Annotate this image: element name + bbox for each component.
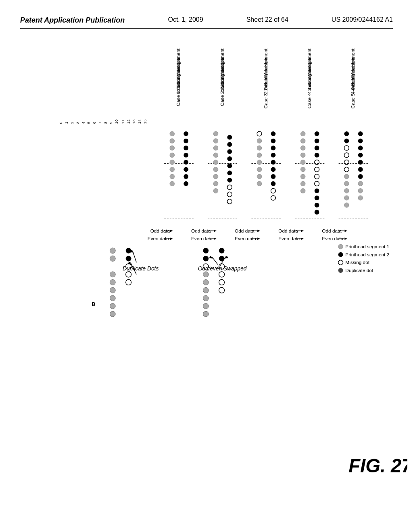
svg-point-39	[170, 174, 175, 179]
svg-point-115	[300, 167, 305, 172]
svg-point-207	[219, 280, 225, 285]
svg-point-145	[344, 174, 349, 179]
svg-text:3 missing dots: 3 missing dots	[219, 64, 225, 94]
svg-point-157	[358, 181, 363, 186]
svg-point-71	[227, 185, 232, 190]
svg-point-191	[110, 303, 115, 309]
svg-point-64	[227, 135, 232, 140]
page-header: Patent Application Publication Oct. 1, 2…	[20, 16, 393, 29]
svg-point-204	[203, 272, 209, 277]
svg-point-45	[184, 160, 188, 165]
svg-text:Even data: Even data	[148, 236, 169, 241]
svg-text:15: 15	[143, 119, 147, 124]
svg-marker-104	[257, 230, 260, 232]
svg-point-35	[170, 145, 175, 150]
svg-point-205	[219, 272, 225, 277]
svg-marker-162	[344, 230, 347, 232]
svg-point-116	[300, 174, 305, 179]
svg-text:9: 9	[108, 122, 113, 124]
svg-text:3: 3	[75, 121, 80, 124]
svg-point-124	[315, 167, 319, 172]
svg-point-69	[227, 170, 232, 175]
svg-line-194	[212, 257, 218, 265]
svg-point-63	[213, 174, 218, 179]
svg-point-151	[358, 139, 363, 143]
svg-text:2: 2	[70, 122, 74, 124]
svg-marker-133	[301, 230, 304, 232]
svg-point-149	[344, 203, 349, 208]
svg-marker-53	[170, 237, 173, 240]
svg-point-73	[227, 199, 232, 204]
svg-point-154	[358, 160, 363, 165]
svg-point-122	[315, 153, 319, 158]
svg-point-172	[338, 268, 343, 273]
svg-text:Duplicate Dots: Duplicate Dots	[123, 266, 159, 272]
svg-point-166	[338, 244, 343, 249]
svg-text:6: 6	[92, 121, 96, 124]
svg-point-211	[203, 303, 209, 309]
svg-point-75	[213, 189, 218, 193]
svg-point-120	[315, 139, 319, 143]
svg-point-90	[257, 181, 262, 186]
svg-point-62	[213, 167, 218, 172]
svg-point-72	[227, 192, 232, 197]
svg-point-150	[358, 131, 363, 136]
svg-point-158	[358, 189, 363, 193]
svg-point-112	[300, 145, 305, 150]
svg-point-181	[126, 248, 131, 254]
svg-point-121	[315, 145, 319, 150]
svg-text:0: 0	[58, 121, 63, 124]
svg-text:B: B	[92, 301, 95, 307]
svg-text:14: 14	[137, 119, 142, 124]
svg-point-152	[358, 145, 363, 150]
svg-text:12: 12	[126, 119, 131, 124]
svg-point-88	[257, 167, 262, 172]
svg-point-210	[203, 295, 209, 301]
svg-point-185	[110, 272, 115, 277]
svg-point-34	[170, 139, 175, 143]
svg-point-147	[344, 189, 349, 193]
svg-text:8: 8	[103, 121, 108, 124]
svg-point-74	[213, 181, 218, 186]
svg-text:0 missing dots: 0 missing dots	[175, 64, 181, 94]
svg-point-190	[110, 295, 115, 301]
svg-point-48	[184, 181, 188, 186]
svg-point-143	[344, 160, 349, 165]
svg-text:13: 13	[131, 119, 136, 124]
svg-point-93	[271, 139, 276, 143]
svg-point-156	[358, 174, 363, 179]
svg-point-61	[213, 160, 218, 165]
svg-point-187	[110, 280, 115, 285]
svg-point-70	[227, 178, 232, 183]
svg-point-123	[315, 160, 319, 165]
svg-point-97	[271, 167, 276, 172]
publication-title: Patent Application Publication	[20, 16, 125, 25]
svg-point-65	[227, 142, 232, 147]
svg-point-117	[300, 181, 305, 186]
svg-point-44	[184, 153, 188, 158]
svg-point-186	[126, 272, 131, 277]
svg-point-198	[203, 248, 209, 254]
svg-point-127	[315, 189, 319, 193]
svg-point-42	[184, 139, 188, 143]
svg-point-41	[184, 131, 188, 136]
svg-text:Printhead segment 2: Printhead segment 2	[345, 252, 389, 257]
svg-point-129	[315, 203, 319, 208]
svg-point-119	[315, 131, 319, 136]
svg-point-38	[170, 167, 175, 172]
svg-point-98	[271, 174, 276, 179]
svg-point-212	[203, 311, 209, 317]
svg-text:Printhead segment 1: Printhead segment 1	[345, 244, 389, 249]
svg-point-57	[213, 131, 218, 136]
publication-date: Oct. 1, 2009	[168, 16, 203, 23]
svg-point-200	[203, 256, 209, 262]
svg-point-59	[213, 145, 218, 150]
svg-text:10: 10	[114, 119, 119, 124]
svg-point-170	[338, 260, 343, 265]
svg-point-94	[271, 145, 276, 150]
svg-point-201	[219, 256, 225, 262]
svg-point-84	[257, 139, 262, 143]
svg-point-159	[358, 195, 363, 200]
svg-marker-78	[214, 230, 217, 232]
svg-marker-136	[301, 237, 304, 240]
